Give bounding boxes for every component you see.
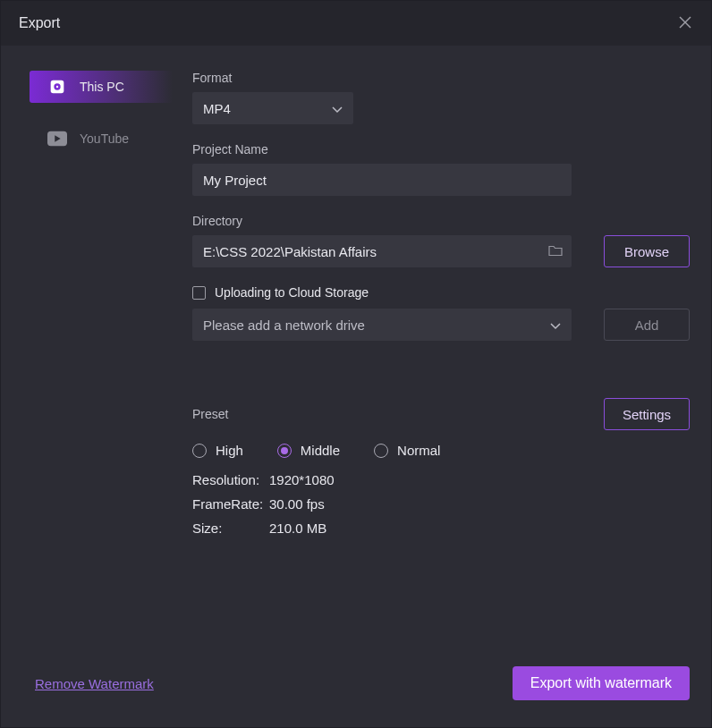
chevron-down-icon [332, 101, 343, 116]
directory-label: Directory [192, 214, 690, 228]
cloud-checkbox[interactable] [192, 286, 206, 300]
radio-label: High [216, 443, 243, 458]
format-group: Format MP4 [192, 71, 690, 124]
radio-circle [374, 444, 388, 458]
directory-group: Directory E:\CSS 2022\Pakistan Affairs B… [192, 214, 690, 267]
close-icon [679, 16, 691, 29]
resolution-value: 1920*1080 [269, 472, 690, 487]
preset-label: Preset [192, 407, 228, 421]
browse-button[interactable]: Browse [604, 235, 690, 267]
dialog-title: Export [19, 15, 60, 31]
cloud-drive-placeholder: Please add a network drive [203, 317, 365, 333]
resolution-label: Resolution: [192, 472, 269, 487]
preset-radio-high[interactable]: High [192, 443, 243, 458]
size-label: Size: [192, 521, 269, 536]
main-panel: Format MP4 Project Name My Project Direc… [192, 62, 711, 666]
cloud-drive-select[interactable]: Please add a network drive [192, 309, 572, 341]
cloud-group: Uploading to Cloud Storage Please add a … [192, 285, 690, 341]
chevron-down-icon [550, 317, 561, 333]
cloud-checkbox-label: Uploading to Cloud Storage [215, 285, 369, 300]
format-value: MP4 [203, 101, 231, 116]
remove-watermark-link[interactable]: Remove Watermark [35, 676, 154, 691]
directory-value: E:\CSS 2022\Pakistan Affairs [203, 244, 377, 259]
pc-icon [47, 77, 67, 97]
sidebar-item-youtube[interactable]: YouTube [30, 123, 173, 155]
sidebar-item-label: YouTube [80, 131, 129, 146]
project-name-group: Project Name My Project [192, 142, 690, 196]
sidebar-item-label: This PC [80, 80, 124, 94]
preset-radio-row: High Middle Normal [192, 443, 690, 458]
format-select[interactable]: MP4 [192, 92, 353, 124]
preset-info: Resolution: 1920*1080 FrameRate: 30.00 f… [192, 472, 690, 536]
radio-circle [192, 444, 207, 458]
export-dialog: Export This PC YouTube Format [0, 0, 712, 728]
format-label: Format [192, 71, 690, 85]
preset-group: Preset Settings High Middle Normal [192, 398, 690, 536]
directory-input[interactable]: E:\CSS 2022\Pakistan Affairs [192, 235, 572, 267]
framerate-label: FrameRate: [192, 496, 269, 512]
settings-button[interactable]: Settings [604, 398, 690, 430]
radio-circle [277, 444, 292, 458]
project-name-value: My Project [203, 173, 267, 188]
titlebar: Export [1, 1, 711, 46]
add-drive-button[interactable]: Add [604, 309, 690, 341]
sidebar-item-this-pc[interactable]: This PC [30, 71, 173, 103]
dialog-body: This PC YouTube Format MP4 Project Name [1, 46, 711, 666]
export-button[interactable]: Export with watermark [513, 666, 690, 700]
radio-label: Normal [397, 443, 440, 458]
svg-point-4 [56, 86, 58, 88]
footer: Remove Watermark Export with watermark [1, 666, 711, 727]
project-name-label: Project Name [192, 142, 690, 157]
preset-radio-middle[interactable]: Middle [277, 443, 340, 458]
size-value: 210.0 MB [269, 521, 690, 536]
sidebar: This PC YouTube [1, 62, 192, 666]
radio-label: Middle [301, 443, 340, 458]
folder-icon[interactable] [548, 244, 563, 259]
close-button[interactable] [679, 16, 693, 30]
preset-radio-normal[interactable]: Normal [374, 443, 440, 458]
project-name-input[interactable]: My Project [192, 164, 572, 196]
youtube-icon [47, 129, 67, 148]
framerate-value: 30.00 fps [269, 496, 690, 512]
